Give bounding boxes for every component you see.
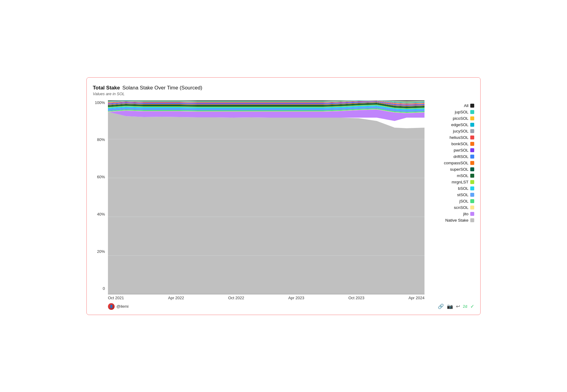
legend-item: compassSOL bbox=[432, 161, 474, 165]
y-axis-label: 100% bbox=[95, 100, 105, 105]
legend-color-dot bbox=[470, 148, 474, 152]
legend-item: bSOL bbox=[432, 186, 474, 191]
legend-color-dot bbox=[470, 155, 474, 159]
legend-label: Native Stake bbox=[445, 218, 468, 223]
legend-item: heliusSOL bbox=[432, 135, 474, 140]
check-icon: ✓ bbox=[470, 303, 474, 309]
chart-title-bold: Total Stake bbox=[93, 85, 120, 91]
legend: All jupSOL picoSOL edgeSOL jucySOL heliu… bbox=[432, 100, 474, 223]
legend-color-dot bbox=[470, 110, 474, 114]
y-axis-label: 0 bbox=[103, 286, 105, 291]
y-axis-label: 40% bbox=[97, 212, 105, 216]
chart-plot: 100%80%60%40%20%0 bbox=[93, 100, 424, 300]
legend-item: scnSOL bbox=[432, 205, 474, 210]
legend-label: compassSOL bbox=[444, 161, 468, 165]
legend-color-dot bbox=[470, 199, 474, 203]
legend-color-dot bbox=[470, 218, 474, 222]
legend-color-dot bbox=[470, 129, 474, 133]
user-avatar: 👤 bbox=[108, 303, 115, 310]
x-axis: Oct 2021Apr 2022Oct 2022Apr 2023Oct 2023… bbox=[108, 294, 424, 300]
legend-color-dot bbox=[470, 142, 474, 146]
legend-label: driftSOL bbox=[453, 154, 468, 159]
y-axis-label: 60% bbox=[97, 175, 105, 179]
legend-label: All bbox=[464, 103, 468, 108]
legend-label: mrgnLST bbox=[451, 180, 468, 184]
legend-item: mSOL bbox=[432, 173, 474, 178]
footer-user: 👤 @ilemi bbox=[108, 303, 129, 310]
legend-color-dot bbox=[470, 161, 474, 165]
legend-label: edgeSOL bbox=[451, 122, 468, 127]
link-icon[interactable]: 🔗 bbox=[438, 303, 444, 309]
legend-item: Native Stake bbox=[432, 218, 474, 223]
x-axis-label: Apr 2023 bbox=[288, 296, 304, 300]
legend-label: scnSOL bbox=[454, 205, 468, 210]
x-axis-label: Oct 2021 bbox=[108, 296, 124, 300]
legend-item: superSOL bbox=[432, 167, 474, 172]
chart-footer: 👤 @ilemi 🔗 📷 ↩ 2d ✓ bbox=[93, 303, 474, 310]
camera-icon[interactable]: 📷 bbox=[447, 303, 453, 309]
legend-item: jupSOL bbox=[432, 110, 474, 114]
refresh-icon[interactable]: ↩ bbox=[456, 303, 460, 309]
legend-item: jucySOL bbox=[432, 129, 474, 133]
legend-color-dot bbox=[470, 186, 474, 190]
legend-color-dot bbox=[470, 212, 474, 216]
chart-header: Total Stake Solana Stake Over Time (Sour… bbox=[93, 85, 474, 96]
legend-color-dot bbox=[470, 174, 474, 178]
legend-label: jupSOL bbox=[455, 110, 468, 114]
username: @ilemi bbox=[116, 304, 129, 309]
legend-label: picoSOL bbox=[453, 116, 468, 121]
y-axis: 100%80%60%40%20%0 bbox=[93, 100, 107, 291]
y-axis-label: 80% bbox=[97, 137, 105, 142]
time-badge: 2d bbox=[463, 304, 467, 309]
native-stake-area bbox=[108, 112, 424, 294]
legend-item: All bbox=[432, 103, 474, 108]
legend-item: bonkSOL bbox=[432, 142, 474, 146]
chart-inner bbox=[108, 100, 424, 294]
chart-subtitle: Values are in SOL bbox=[93, 92, 474, 96]
legend-color-dot bbox=[470, 104, 474, 108]
x-axis-label: Oct 2022 bbox=[228, 296, 244, 300]
legend-item: edgeSOL bbox=[432, 122, 474, 127]
chart-container: Total Stake Solana Stake Over Time (Sour… bbox=[86, 77, 481, 315]
footer-icons: 🔗 📷 ↩ 2d ✓ bbox=[438, 303, 474, 309]
legend-color-dot bbox=[470, 180, 474, 184]
legend-item: jito bbox=[432, 212, 474, 216]
legend-item: stSOL bbox=[432, 193, 474, 197]
legend-label: jucySOL bbox=[453, 129, 468, 133]
legend-color-dot bbox=[470, 167, 474, 171]
legend-label: jSOL bbox=[459, 199, 468, 203]
chart-area: 100%80%60%40%20%0 bbox=[93, 100, 474, 300]
legend-label: jito bbox=[463, 212, 468, 216]
chart-title-rest: Solana Stake Over Time (Sourced) bbox=[122, 85, 202, 91]
legend-color-dot bbox=[470, 123, 474, 127]
x-axis-label: Apr 2024 bbox=[408, 296, 424, 300]
stacked-area-chart bbox=[108, 100, 424, 294]
legend-color-dot bbox=[470, 136, 474, 139]
legend-label: heliusSOL bbox=[450, 135, 468, 140]
x-axis-label: Apr 2022 bbox=[168, 296, 184, 300]
legend-item: picoSOL bbox=[432, 116, 474, 121]
legend-label: bSOL bbox=[458, 186, 468, 191]
y-axis-label: 20% bbox=[97, 249, 105, 254]
legend-item: driftSOL bbox=[432, 154, 474, 159]
legend-item: jSOL bbox=[432, 199, 474, 203]
legend-label: bonkSOL bbox=[451, 142, 468, 146]
legend-label: mSOL bbox=[457, 173, 468, 178]
legend-color-dot bbox=[470, 193, 474, 197]
legend-color-dot bbox=[470, 116, 474, 120]
legend-label: stSOL bbox=[457, 193, 468, 197]
legend-color-dot bbox=[470, 206, 474, 209]
x-axis-label: Oct 2023 bbox=[348, 296, 364, 300]
legend-item: mrgnLST bbox=[432, 180, 474, 184]
legend-label: superSOL bbox=[450, 167, 468, 172]
legend-item: pwrSOL bbox=[432, 148, 474, 152]
legend-label: pwrSOL bbox=[454, 148, 468, 152]
